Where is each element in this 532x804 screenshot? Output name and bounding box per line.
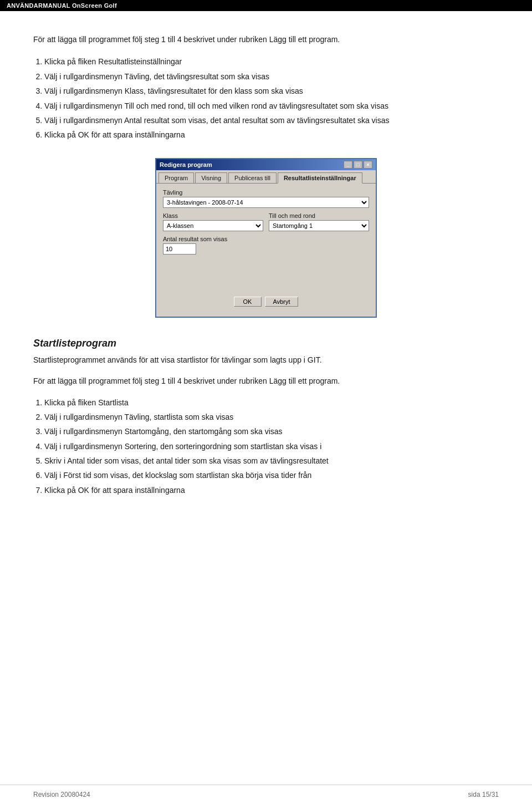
step-4: Välj i rullgardinsmenyn Till och med ron…: [44, 100, 499, 112]
footer-page: sida 15/31: [468, 791, 499, 798]
dialog-screenshot: Redigera program _ □ × Program Visning P…: [155, 158, 377, 318]
startlist-heading: Startlisteprogram: [33, 338, 499, 349]
startlist-intro-para: För att lägga till programmet följ steg …: [33, 375, 499, 387]
step-6: Klicka på OK för att spara inställningar…: [44, 129, 499, 141]
klass-label: Klass: [163, 212, 263, 219]
step-5: Välj i rullgardinsmenyn Antal resultat s…: [44, 114, 499, 126]
main-content: För att lägga till programmet följ steg …: [0, 11, 532, 532]
step-3: Välj i rullgardinsmenyn Klass, tävlingsr…: [44, 85, 499, 97]
dialog-title: Redigera program: [160, 161, 212, 168]
ok-button[interactable]: OK: [234, 297, 262, 307]
dialog-titlebar: Redigera program _ □ ×: [156, 159, 376, 170]
header-title: ANVÄNDARMANUAL OnScreen Golf: [7, 2, 117, 9]
startlist-step-1: Klicka på fliken Startlista: [44, 396, 499, 409]
startlist-step-6: Välj i Först tid som visas, det klocksla…: [44, 469, 499, 481]
close-button[interactable]: ×: [364, 161, 372, 169]
startlist-step-5: Skriv i Antal tider som visas, det antal…: [44, 455, 499, 467]
page-footer: Revision 20080424 sida 15/31: [0, 785, 532, 804]
footer-revision: Revision 20080424: [33, 791, 90, 798]
startlist-step-3: Välj i rullgardinsmenyn Startomgång, den…: [44, 425, 499, 437]
startlist-steps-list: Klicka på fliken Startlista Välj i rullg…: [44, 396, 499, 497]
tab-visning[interactable]: Visning: [195, 172, 227, 183]
tavling-group: Tävling 3-hålstavingen - 2008-07-14: [163, 189, 369, 208]
dialog-spacer: [163, 259, 369, 292]
startlist-step-7: Klicka på OK för att spara inställningar…: [44, 484, 499, 496]
intro-steps-list: Klicka på fliken Resultatlisteinställnin…: [44, 55, 499, 141]
startlist-description: Startlisteprogrammet används för att vis…: [33, 354, 499, 366]
dialog-window: Redigera program _ □ × Program Visning P…: [155, 158, 377, 318]
klass-col: Klass A-klassen: [163, 212, 263, 231]
till-med-rond-label: Till och med rond: [269, 212, 369, 219]
dialog-body: Tävling 3-hålstavingen - 2008-07-14 Klas…: [156, 184, 376, 317]
rond-col: Till och med rond Startomgång 1: [269, 212, 369, 231]
tavling-label: Tävling: [163, 189, 369, 196]
minimize-button[interactable]: _: [344, 161, 352, 169]
klass-rond-row: Klass A-klassen Till och med rond Starto…: [163, 212, 369, 231]
avbryt-button[interactable]: Avbryt: [265, 297, 299, 307]
rond-select[interactable]: Startomgång 1: [269, 220, 369, 231]
step-2: Välj i rullgardinsmenyn Tävling, det täv…: [44, 70, 499, 83]
startlist-step-2: Välj i rullgardinsmenyn Tävling, startli…: [44, 411, 499, 423]
tab-publiceras[interactable]: Publiceras till: [228, 172, 277, 183]
antal-input[interactable]: [163, 243, 196, 255]
titlebar-buttons: _ □ ×: [344, 161, 372, 169]
startlist-step-4: Välj i rullgardinsmenyn Sortering, den s…: [44, 440, 499, 452]
tavling-select[interactable]: 3-hålstavingen - 2008-07-14: [163, 197, 369, 208]
dialog-tabs: Program Visning Publiceras till Resultat…: [156, 170, 376, 184]
intro-paragraph: För att lägga till programmet följ steg …: [33, 33, 499, 45]
antal-label: Antal resultat som visas: [163, 236, 369, 242]
klass-select[interactable]: A-klassen: [163, 220, 263, 231]
antal-group: Antal resultat som visas: [163, 236, 369, 255]
tab-program[interactable]: Program: [158, 172, 194, 183]
maximize-button[interactable]: □: [354, 161, 362, 169]
tab-resultatlisteinst[interactable]: Resultatlisteinställningar: [278, 172, 362, 184]
page-header: ANVÄNDARMANUAL OnScreen Golf: [0, 0, 532, 11]
dialog-action-buttons: OK Avbryt: [163, 292, 369, 311]
step-1: Klicka på fliken Resultatlisteinställnin…: [44, 55, 499, 68]
